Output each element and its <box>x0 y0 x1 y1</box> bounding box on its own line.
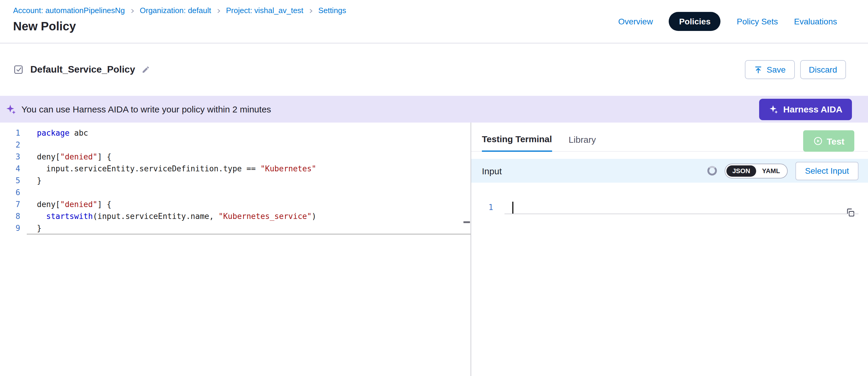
code-text: } <box>20 175 42 187</box>
code-token: package <box>37 128 70 137</box>
code-text: package abc <box>20 127 88 139</box>
code-token: deny[ <box>37 200 60 209</box>
header-nav-tabs: Overview Policies Policy Sets Evaluation… <box>618 0 868 43</box>
code-line[interactable]: 5} <box>0 175 471 187</box>
code-line[interactable]: 3deny["denied"] { <box>0 151 471 163</box>
code-token: } <box>37 224 42 232</box>
breadcrumb: Account: automationPipelinesNg Organizat… <box>13 6 346 15</box>
code-text: startswith(input.serviceEntity.name, "Ku… <box>20 211 316 222</box>
code-line[interactable]: 9} <box>0 222 471 234</box>
line-number: 1 <box>0 127 20 139</box>
upload-arrow-icon <box>753 65 763 74</box>
code-token <box>37 212 46 221</box>
line-number: 6 <box>0 187 20 199</box>
format-option-json[interactable]: JSON <box>726 165 756 177</box>
page-header: Account: automationPipelinesNg Organizat… <box>0 0 868 43</box>
line-number: 9 <box>0 222 20 234</box>
test-button[interactable]: Test <box>803 130 854 152</box>
format-toggle: JSON YAML <box>724 163 788 178</box>
line-number: 7 <box>0 199 20 211</box>
code-line[interactable]: 6 <box>0 187 471 199</box>
code-token: ] { <box>98 200 112 209</box>
spinner-icon <box>707 166 717 176</box>
save-button[interactable]: Save <box>745 60 795 79</box>
main-content: 1package abc23deny["denied"] {4 input.se… <box>0 123 868 376</box>
policy-toolbar: Default_Service_Policy Save Discard <box>0 43 868 96</box>
breadcrumb-account[interactable]: Account: automationPipelinesNg <box>13 6 125 15</box>
code-token: input.serviceEntity.serviceDefinition.ty… <box>37 164 260 173</box>
line-number: 2 <box>0 139 20 151</box>
input-label: Input <box>482 166 502 176</box>
sparkle-icon <box>768 104 778 114</box>
policy-name: Default_Service_Policy <box>30 64 135 75</box>
policy-identity: Default_Service_Policy <box>13 64 150 75</box>
code-token: (input.serviceEntity.name, <box>93 212 219 221</box>
tab-overview[interactable]: Overview <box>618 17 653 26</box>
pencil-icon[interactable] <box>142 65 150 74</box>
breadcrumb-project[interactable]: Project: vishal_av_test <box>226 6 303 15</box>
cursor-overview-marker <box>463 221 470 223</box>
harness-aida-button-label: Harness AIDA <box>783 104 842 114</box>
toolbar-actions: Save Discard <box>745 60 846 79</box>
code-token: ] { <box>98 152 112 161</box>
discard-button[interactable]: Discard <box>800 60 846 79</box>
format-option-yaml[interactable]: YAML <box>756 165 786 177</box>
aida-banner-message-group: You can use Harness AIDA to write your p… <box>5 104 271 115</box>
page-title: New Policy <box>13 19 346 33</box>
input-line[interactable]: 1 <box>471 202 868 214</box>
code-token: deny[ <box>37 152 60 161</box>
tab-policies[interactable]: Policies <box>669 12 721 31</box>
testing-terminal-panel: Testing Terminal Library Test Input JSON… <box>471 123 868 376</box>
breadcrumb-organization[interactable]: Organization: default <box>140 6 211 15</box>
code-text <box>20 139 37 151</box>
chevron-right-icon <box>308 8 313 13</box>
test-button-label: Test <box>827 136 844 146</box>
tab-policy-sets[interactable]: Policy Sets <box>737 17 778 26</box>
play-circle-icon <box>813 136 823 146</box>
line-number: 5 <box>0 175 20 187</box>
code-text: deny["denied"] { <box>20 151 112 163</box>
header-left: Account: automationPipelinesNg Organizat… <box>13 0 346 43</box>
code-line[interactable]: 2 <box>0 139 471 151</box>
aida-banner-message: You can use Harness AIDA to write your p… <box>22 104 271 114</box>
select-input-button[interactable]: Select Input <box>796 161 859 180</box>
check-square-icon <box>13 64 24 75</box>
code-text: deny["denied"] { <box>20 199 112 211</box>
code-line[interactable]: 1package abc <box>0 127 471 139</box>
chevron-right-icon <box>216 8 221 13</box>
code-token: "denied" <box>60 200 97 209</box>
tab-testing-terminal[interactable]: Testing Terminal <box>482 134 552 152</box>
chevron-right-icon <box>130 8 135 13</box>
code-text: } <box>20 222 42 234</box>
tab-evaluations[interactable]: Evaluations <box>794 17 837 26</box>
code-line[interactable]: 8 startswith(input.serviceEntity.name, "… <box>0 211 471 222</box>
sparkle-icon <box>5 104 16 115</box>
code-line[interactable]: 7deny["denied"] { <box>0 199 471 211</box>
code-area[interactable]: 1package abc23deny["denied"] {4 input.se… <box>0 123 471 234</box>
input-controls: JSON YAML Select Input <box>707 161 859 180</box>
code-token: "denied" <box>60 152 97 161</box>
harness-aida-button[interactable]: Harness AIDA <box>759 98 852 120</box>
code-token: } <box>37 176 42 185</box>
code-token: startswith <box>46 212 93 221</box>
discard-button-label: Discard <box>809 65 837 74</box>
line-number: 3 <box>0 151 20 163</box>
policy-code-editor[interactable]: 1package abc23deny["denied"] {4 input.se… <box>0 123 471 376</box>
breadcrumb-settings[interactable]: Settings <box>318 6 346 15</box>
input-section-header: Input JSON YAML Select Input <box>471 159 868 183</box>
line-number: 1 <box>471 202 493 214</box>
tab-library[interactable]: Library <box>569 134 596 151</box>
line-number: 4 <box>0 163 20 175</box>
input-editor[interactable]: 1 <box>471 202 868 376</box>
line-number: 8 <box>0 211 20 222</box>
aida-banner: You can use Harness AIDA to write your p… <box>0 96 868 123</box>
code-line[interactable]: 4 input.serviceEntity.serviceDefinition.… <box>0 163 471 175</box>
code-text: input.serviceEntity.serviceDefinition.ty… <box>20 163 316 175</box>
code-token: abc <box>70 128 88 137</box>
code-token: "Kubernetes" <box>260 164 316 173</box>
code-token: "Kubernetes_service" <box>219 212 312 221</box>
code-text <box>20 187 37 199</box>
text-cursor <box>512 202 513 214</box>
app-root: Account: automationPipelinesNg Organizat… <box>0 0 868 376</box>
code-token: ) <box>312 212 316 221</box>
